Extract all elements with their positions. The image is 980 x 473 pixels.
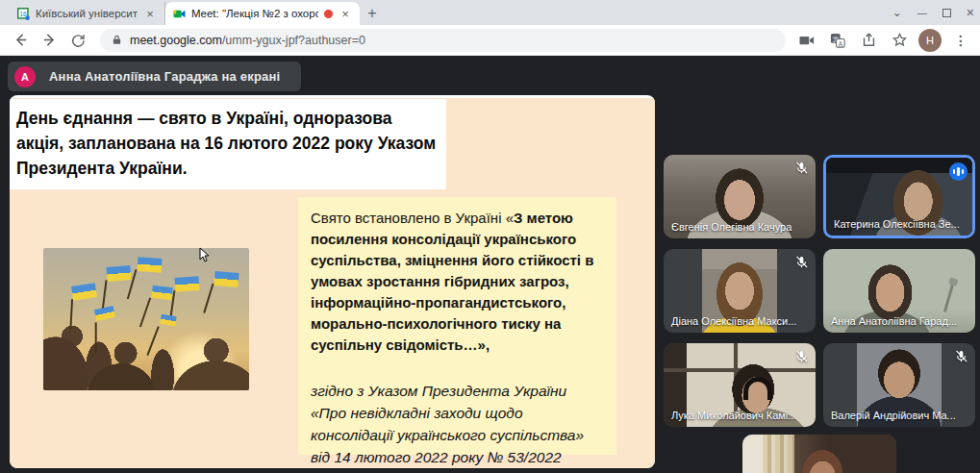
- translate-icon[interactable]: 文A: [826, 29, 849, 52]
- participant-tile[interactable]: Євгенія Олегівна Качура: [664, 155, 816, 238]
- slide-quote: Свято встановлено в Україні «З метою пос…: [311, 208, 604, 356]
- participant-tile[interactable]: Лука Миколайович Камі...: [664, 343, 816, 427]
- url-domain: meet.google.com: [130, 34, 222, 47]
- participant-tile[interactable]: Анна Анатоліївна Гарад...: [823, 249, 975, 333]
- tab-title: Київський університет імені Бор: [36, 8, 138, 19]
- participant-tile[interactable]: Діана Олексіївна Макси...: [664, 249, 816, 333]
- participant-name: Валерій Андрійович Ма...: [831, 410, 956, 421]
- headphones: [743, 377, 772, 400]
- camera-in-use-icon[interactable]: [795, 29, 818, 52]
- tab-strip: 16 Київський університет імені Бор × Mee…: [0, 0, 980, 25]
- slide-note-box: Свято встановлено в Україні «З метою пос…: [298, 197, 616, 455]
- browser-window: 16 Київський університет імені Бор × Mee…: [0, 0, 980, 473]
- mic-off-icon: [794, 255, 809, 269]
- meet-favicon-icon: [173, 8, 186, 20]
- window-menu-chevron-icon[interactable]: ⌄: [892, 6, 902, 19]
- shared-screen-slide: День єднання — свято в Україні, одноразо…: [10, 95, 655, 468]
- window-curtain: [763, 435, 795, 473]
- participant-tile[interactable]: Катерина Олексіївна Зе...: [823, 155, 975, 238]
- new-tab-button[interactable]: +: [360, 2, 385, 25]
- slide-decree: згідно з Указом Президента України «Про …: [311, 380, 604, 468]
- mic-off-icon: [954, 349, 968, 363]
- lock-icon: [112, 34, 122, 46]
- participant-video: [742, 435, 896, 473]
- mouse-cursor: [199, 247, 210, 262]
- profile-avatar[interactable]: H: [918, 29, 942, 52]
- svg-text:A: A: [839, 39, 843, 46]
- reload-button[interactable]: [65, 28, 90, 53]
- slide-title: День єднання — свято в Україні, одноразо…: [10, 99, 446, 189]
- university-favicon-icon: 16: [17, 8, 30, 20]
- recording-indicator-icon: [324, 10, 333, 18]
- forward-button[interactable]: [37, 28, 62, 53]
- speaking-indicator-icon: [949, 162, 967, 181]
- share-icon[interactable]: [857, 29, 880, 52]
- window-maximize-button[interactable]: [942, 9, 951, 17]
- shower-fixture: [943, 284, 954, 312]
- bookmark-star-icon[interactable]: [888, 29, 911, 52]
- toolbar-icons: 文A H ⋮: [795, 29, 972, 52]
- meet-stage: А Анна Анатоліївна Гараджа на екрані Ден…: [0, 56, 980, 473]
- window-controls: ⌄ — ×: [892, 0, 974, 25]
- presenting-banner-text: Анна Анатоліївна Гараджа на екрані: [49, 69, 280, 84]
- tab-title: Meet: "Лекція №2 з охорон: [191, 8, 318, 19]
- url-bar[interactable]: meet.google.com/umm-ygux-jpf?authuser=0: [100, 29, 786, 52]
- participant-name: Анна Анатоліївна Гарад...: [831, 315, 957, 327]
- tab-close-icon[interactable]: ×: [143, 7, 157, 21]
- url-text: meet.google.com/umm-ygux-jpf?authuser=0: [130, 34, 365, 47]
- participant-name: Євгенія Олегівна Качура: [671, 221, 792, 233]
- ukraine-flags-photo: [43, 248, 249, 390]
- tab-close-icon[interactable]: ×: [339, 7, 352, 21]
- participant-name: Лука Миколайович Камі...: [671, 410, 796, 421]
- svg-text:16: 16: [19, 10, 27, 16]
- mic-off-icon: [794, 349, 809, 363]
- back-button[interactable]: [8, 28, 33, 53]
- presenter-avatar: А: [14, 66, 36, 87]
- url-path: /umm-ygux-jpf?authuser=0: [222, 34, 365, 47]
- participant-tile[interactable]: Валерій Андрійович Ма...: [823, 343, 975, 427]
- participant-name: Катерина Олексіївна Зе...: [834, 218, 960, 230]
- window-close-button[interactable]: ×: [967, 5, 974, 20]
- window-minimize-button[interactable]: —: [917, 8, 927, 18]
- quote-intro: Свято встановлено в Україні «: [311, 210, 514, 226]
- quote-bold: З метою посилення консолідації українськ…: [311, 210, 593, 353]
- chrome-menu-icon[interactable]: ⋮: [949, 29, 972, 52]
- presenting-banner: А Анна Анатоліївна Гараджа на екрані: [8, 62, 301, 91]
- browser-toolbar: meet.google.com/umm-ygux-jpf?authuser=0 …: [0, 25, 980, 56]
- self-view-tile[interactable]: Ви: [742, 435, 896, 473]
- participant-name: Діана Олексіївна Макси...: [671, 315, 796, 327]
- tab-meet[interactable]: Meet: "Лекція №2 з охорон ×: [165, 2, 360, 25]
- tab-university[interactable]: 16 Київський університет імені Бор ×: [10, 2, 165, 25]
- mic-off-icon: [794, 161, 809, 175]
